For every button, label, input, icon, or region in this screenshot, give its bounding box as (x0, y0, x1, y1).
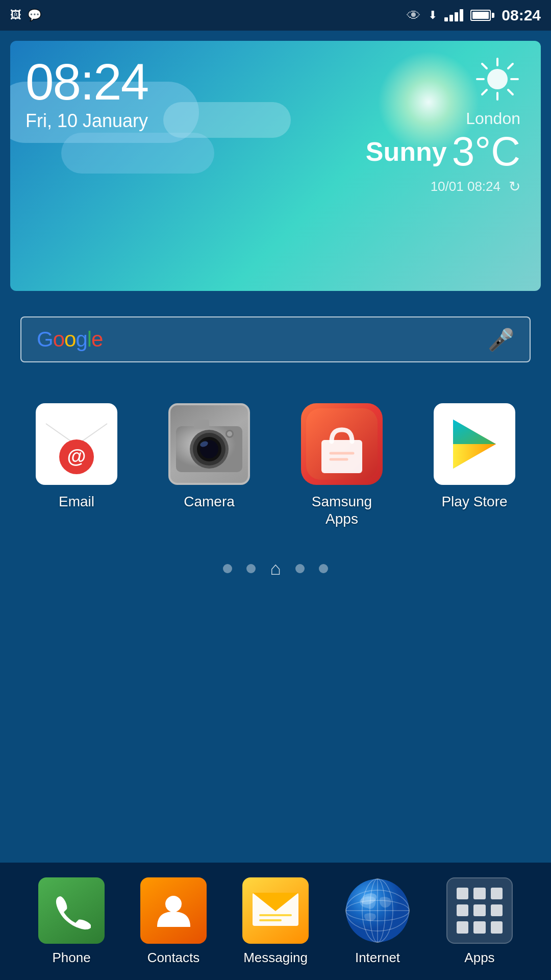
svg-marker-28 (453, 444, 496, 469)
signal-bars (444, 9, 463, 21)
dock-item-messaging[interactable]: Messaging (235, 877, 316, 966)
refresh-icon[interactable]: ↻ (509, 178, 520, 195)
contacts-icon (140, 877, 207, 944)
svg-line-8 (482, 90, 487, 94)
dock-item-apps[interactable]: Apps (439, 877, 520, 966)
home-dot[interactable]: ⌂ (270, 558, 281, 579)
weather-widget: 08:24 Fri, 10 January London (10, 41, 541, 291)
google-search-bar[interactable]: Google 🎤 (20, 316, 531, 362)
microphone-icon[interactable]: 🎤 (488, 327, 514, 352)
email-label: Email (59, 493, 94, 510)
grid-dot-5 (473, 904, 485, 916)
google-logo: Google (37, 327, 103, 352)
messaging-label: Messaging (243, 950, 308, 966)
contacts-label: Contacts (147, 950, 200, 966)
status-right-icons: 👁 ⬇ 08:24 (407, 7, 541, 24)
dock-item-internet[interactable]: Internet (337, 877, 418, 966)
eye-icon: 👁 (407, 7, 421, 24)
grid-dot-2 (473, 888, 485, 899)
weather-condition: Sunny (366, 136, 447, 167)
apps-label: Apps (464, 950, 494, 966)
svg-rect-24 (321, 440, 362, 473)
page-dot-1[interactable] (223, 564, 232, 573)
page-dot-4[interactable] (295, 564, 305, 573)
svg-line-5 (482, 64, 487, 68)
messaging-icon (242, 877, 309, 944)
svg-point-21 (227, 431, 232, 436)
grid-dot-6 (491, 904, 503, 916)
status-left-icons: 🖼 💬 (10, 9, 41, 22)
app-item-email[interactable]: @ Email (26, 403, 128, 527)
status-bar: 🖼 💬 👁 ⬇ 08:24 (0, 0, 551, 31)
status-time: 08:24 (502, 7, 541, 24)
grid-dot-4 (457, 904, 468, 916)
grid-dot-9 (491, 921, 503, 933)
svg-line-6 (508, 90, 513, 94)
grid-dot-7 (457, 921, 468, 933)
phone-label: Phone (52, 950, 90, 966)
weather-timestamp: 10/01 08:24 (431, 179, 500, 194)
weather-temperature: 3°C (452, 128, 520, 175)
phone-icon (38, 877, 105, 944)
svg-line-7 (508, 64, 513, 68)
app-grid: @ Email (0, 403, 551, 527)
samsung-apps-icon (301, 403, 383, 485)
weather-content: 08:24 Fri, 10 January London (10, 41, 541, 291)
grid-dot-8 (473, 921, 485, 933)
apps-grid-icon (446, 877, 513, 944)
battery-icon (470, 10, 494, 21)
page-dot-2[interactable] (246, 564, 256, 573)
svg-rect-14 (194, 420, 209, 429)
dock: Phone Contacts Messaging (0, 863, 551, 980)
dock-item-phone[interactable]: Phone (31, 877, 112, 966)
svg-text:@: @ (67, 446, 86, 467)
sun-icon (474, 56, 520, 102)
svg-point-30 (165, 896, 182, 912)
internet-icon (344, 877, 411, 944)
samsung-apps-label: SamsungApps (312, 493, 372, 527)
play-store-label: Play Store (441, 493, 507, 510)
search-bar-container: Google 🎤 (20, 316, 531, 362)
dock-item-contacts[interactable]: Contacts (133, 877, 214, 966)
grid-dot-3 (491, 888, 503, 899)
email-icon: @ (36, 403, 117, 485)
play-store-icon (434, 403, 515, 485)
quote-icon: 💬 (28, 9, 41, 22)
svg-point-0 (487, 69, 508, 89)
grid-dot-1 (457, 888, 468, 899)
app-item-samsung-apps[interactable]: SamsungApps (291, 403, 393, 527)
camera-icon (168, 403, 250, 485)
app-item-camera[interactable]: Camera (158, 403, 260, 527)
download-icon: ⬇ (428, 9, 437, 22)
weather-city: London (366, 109, 520, 128)
weather-desc-temp: Sunny 3°C (366, 128, 520, 175)
apps-dots-grid (457, 888, 503, 934)
internet-label: Internet (355, 950, 400, 966)
weather-footer: 10/01 08:24 ↻ (366, 178, 520, 195)
camera-label: Camera (184, 493, 235, 510)
page-dot-5[interactable] (319, 564, 328, 573)
page-dots: ⌂ (0, 558, 551, 579)
weather-right-panel: London Sunny 3°C 10/01 08:24 ↻ (366, 56, 520, 195)
image-icon: 🖼 (10, 9, 21, 22)
app-item-play-store[interactable]: Play Store (423, 403, 525, 527)
